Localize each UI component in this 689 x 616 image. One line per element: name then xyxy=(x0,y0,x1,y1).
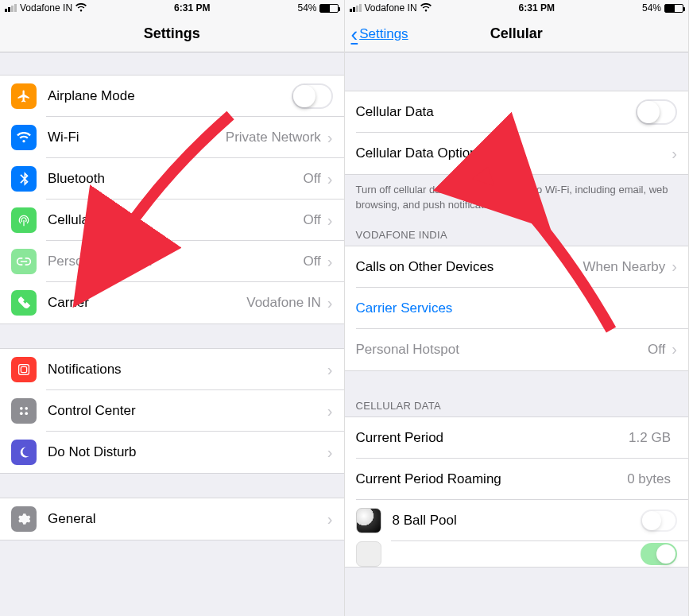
nav-bar: ‹ Settings Cellular xyxy=(345,16,689,52)
roaming-value: 0 bytes xyxy=(627,471,671,487)
carrier-name: Vodafone IN xyxy=(365,2,417,14)
bluetooth-icon xyxy=(11,166,37,192)
airplane-toggle[interactable] xyxy=(292,83,333,109)
row-general[interactable]: General › xyxy=(0,498,344,540)
nav-bar: Settings xyxy=(0,16,344,52)
cellular-label: Cellular xyxy=(48,212,303,228)
carrier-services-label: Carrier Services xyxy=(356,300,678,316)
cellular-data-toggle[interactable] xyxy=(636,99,677,125)
cellular-data-label: Cellular Data xyxy=(356,104,637,120)
signal-icon xyxy=(5,4,17,12)
control-center-icon xyxy=(11,398,37,424)
8ball-label: 8 Ball Pool xyxy=(393,513,641,529)
airplane-icon xyxy=(11,83,37,109)
chevron-right-icon: › xyxy=(672,145,677,163)
8ball-toggle[interactable] xyxy=(641,509,677,532)
row-current-period: Current Period 1.2 GB xyxy=(345,417,689,459)
row-bluetooth[interactable]: Bluetooth Off › xyxy=(0,158,344,200)
status-time: 6:31 PM xyxy=(174,2,210,14)
status-time: 6:31 PM xyxy=(519,2,555,14)
row-carrier[interactable]: Carrier Vodafone IN › xyxy=(0,282,344,323)
airplane-label: Airplane Mode xyxy=(48,88,292,104)
chevron-right-icon: › xyxy=(327,170,333,188)
hotspot-icon xyxy=(11,249,37,274)
cellular-data-options-label: Cellular Data Options xyxy=(356,145,672,161)
hotspot-label: Personal Hotspot xyxy=(48,254,303,269)
battery-icon xyxy=(319,4,339,13)
calls-other-detail: When Nearby xyxy=(583,259,665,275)
cellular-icon xyxy=(11,207,37,233)
carrier-detail: Vodafone IN xyxy=(246,295,321,311)
row-do-not-disturb[interactable]: Do Not Disturb › xyxy=(0,432,344,473)
cellular-detail: Off xyxy=(303,212,320,228)
settings-screen: Vodafone IN 6:31 PM 54% Settings Airplan… xyxy=(0,0,345,616)
bluetooth-label: Bluetooth xyxy=(48,171,303,187)
row-current-period-roaming: Current Period Roaming 0 bytes xyxy=(345,459,689,500)
app-icon-partial xyxy=(356,541,381,567)
carrier-icon xyxy=(11,290,37,316)
svg-rect-1 xyxy=(21,366,26,372)
general-label: General xyxy=(48,511,327,527)
current-period-label: Current Period xyxy=(356,430,629,446)
page-title: Settings xyxy=(144,25,200,42)
chevron-right-icon: › xyxy=(327,361,333,379)
carrier-label: Carrier xyxy=(48,295,246,311)
svg-point-5 xyxy=(25,412,28,415)
row-cellular-data[interactable]: Cellular Data xyxy=(345,91,689,133)
battery-icon xyxy=(664,4,683,13)
cellular-screen: Vodafone IN 6:31 PM 54% ‹ Settings Cellu… xyxy=(345,0,690,616)
row-personal-hotspot[interactable]: Personal Hotspot Off › xyxy=(0,241,344,282)
cellular-footer-text: Turn off cellular data to restrict all d… xyxy=(345,175,689,216)
row-app-partial[interactable] xyxy=(345,541,689,567)
chevron-right-icon: › xyxy=(327,402,333,420)
control-center-label: Control Center xyxy=(48,403,327,419)
wifi-detail: Private Network xyxy=(226,130,321,145)
battery-percent: 54% xyxy=(297,2,316,14)
row-cellular-data-options[interactable]: Cellular Data Options › xyxy=(345,133,689,174)
chevron-right-icon: › xyxy=(672,258,677,276)
dnd-label: Do Not Disturb xyxy=(48,444,327,460)
battery-percent: 54% xyxy=(642,2,661,14)
hotspot-detail: Off xyxy=(303,254,320,269)
section-header-carrier: VODAFONE INDIA xyxy=(345,223,689,246)
page-title: Cellular xyxy=(490,25,543,42)
notifications-icon xyxy=(11,357,37,382)
status-bar: Vodafone IN 6:31 PM 54% xyxy=(0,0,344,16)
section-header-cellular-data: CELLULAR DATA xyxy=(345,393,689,416)
row-app-8ball[interactable]: 8 Ball Pool xyxy=(345,500,689,541)
chevron-right-icon: › xyxy=(327,253,333,271)
chevron-right-icon: › xyxy=(672,340,677,358)
back-button[interactable]: ‹ Settings xyxy=(351,16,408,52)
hotspot-label: Personal Hotspot xyxy=(356,342,648,358)
wifi-icon xyxy=(420,2,432,14)
signal-icon xyxy=(350,4,362,12)
app-toggle-partial[interactable] xyxy=(641,543,677,565)
bluetooth-detail: Off xyxy=(303,171,320,187)
row-carrier-services[interactable]: Carrier Services xyxy=(345,288,689,329)
svg-point-2 xyxy=(20,407,23,410)
chevron-right-icon: › xyxy=(327,294,333,312)
moon-icon xyxy=(11,440,37,465)
wifi-icon xyxy=(75,2,87,14)
row-notifications[interactable]: Notifications › xyxy=(0,349,344,390)
row-wifi[interactable]: Wi-Fi Private Network › xyxy=(0,117,344,158)
svg-point-3 xyxy=(25,407,28,410)
row-calls-other-devices[interactable]: Calls on Other Devices When Nearby › xyxy=(345,246,689,288)
svg-point-4 xyxy=(20,412,23,415)
wifi-settings-icon xyxy=(11,125,37,150)
wifi-label: Wi-Fi xyxy=(48,130,226,145)
back-label: Settings xyxy=(359,26,408,42)
carrier-name: Vodafone IN xyxy=(20,2,72,14)
row-airplane-mode[interactable]: Airplane Mode xyxy=(0,76,344,117)
row-control-center[interactable]: Control Center › xyxy=(0,390,344,432)
hotspot-detail: Off xyxy=(648,342,665,358)
chevron-right-icon: › xyxy=(327,510,333,529)
chevron-left-icon: ‹ xyxy=(351,24,358,45)
chevron-right-icon: › xyxy=(327,444,333,462)
row-cellular[interactable]: Cellular Off › xyxy=(0,200,344,241)
calls-other-label: Calls on Other Devices xyxy=(356,259,583,275)
status-bar: Vodafone IN 6:31 PM 54% xyxy=(345,0,689,16)
row-personal-hotspot-right[interactable]: Personal Hotspot Off › xyxy=(345,329,689,370)
chevron-right-icon: › xyxy=(327,129,333,147)
roaming-label: Current Period Roaming xyxy=(356,471,628,487)
